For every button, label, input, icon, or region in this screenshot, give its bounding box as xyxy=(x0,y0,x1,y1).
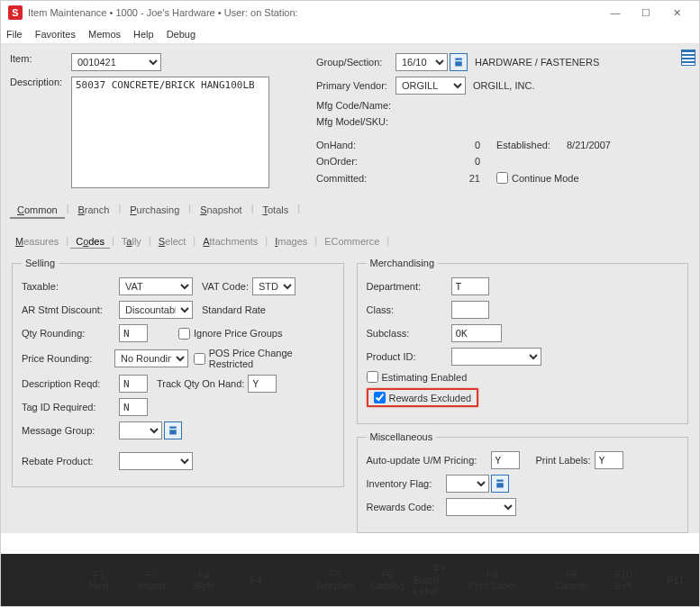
rewards-excluded-checkbox[interactable] xyxy=(374,392,386,403)
f1-next[interactable]: F1Next xyxy=(73,554,125,606)
sidebar-toggle-icon[interactable] xyxy=(681,50,695,66)
close-button[interactable]: ✕ xyxy=(661,7,692,19)
established-value: 8/21/2007 xyxy=(567,140,611,150)
minimize-button[interactable]: — xyxy=(600,7,631,18)
f2-import[interactable]: F2Import xyxy=(125,554,177,606)
onorder-value: 0 xyxy=(395,156,496,167)
app-icon: S xyxy=(8,5,23,20)
tab-totals[interactable]: Totals xyxy=(256,203,296,219)
menu-favorites[interactable]: Favorites xyxy=(35,29,76,40)
taxable-label: Taxable: xyxy=(22,281,119,292)
rewardscode-combo[interactable] xyxy=(446,498,516,516)
ignore-price-checkbox[interactable] xyxy=(178,328,190,340)
invflag-label: Inventory Flag: xyxy=(367,478,446,489)
productid-combo[interactable] xyxy=(451,348,541,366)
qtyround-label: Qty Rounding: xyxy=(22,328,119,339)
tab-purchasing[interactable]: Purchasing xyxy=(123,203,186,219)
stdrate-label: Standard Rate xyxy=(202,304,266,315)
subtab-codes[interactable]: Codes xyxy=(70,235,110,249)
item-combo[interactable]: 0010421 xyxy=(71,53,161,71)
f6-catalog[interactable]: F6Catalog xyxy=(361,554,414,606)
f8-printlabel[interactable]: F8Print Label xyxy=(466,554,518,606)
printlabels-input[interactable] xyxy=(595,451,623,469)
misc-legend: Miscellaneous xyxy=(367,431,437,442)
group-label: Group/Section: xyxy=(316,57,395,68)
qtyround-input[interactable] xyxy=(119,324,148,342)
arstmt-combo[interactable]: Discountable xyxy=(119,301,193,319)
onorder-label: OnOrder: xyxy=(316,156,395,167)
class-label: Class: xyxy=(367,304,451,315)
continue-mode-label: Continue Mode xyxy=(512,173,579,184)
msggroup-combo[interactable] xyxy=(119,421,162,439)
vendor-label: Primary Vendor: xyxy=(316,80,395,91)
vatcode-label: VAT Code: xyxy=(202,281,249,292)
subtab-images[interactable]: Images xyxy=(269,235,313,249)
menu-memos[interactable]: Memos xyxy=(88,29,121,40)
subclass-label: Subclass: xyxy=(367,328,451,339)
continue-mode-checkbox[interactable] xyxy=(496,172,508,184)
subtab-measures[interactable]: Measures xyxy=(10,235,64,249)
estimating-checkbox[interactable] xyxy=(367,371,378,383)
menu-debug[interactable]: Debug xyxy=(167,29,195,40)
msggroup-lookup-icon[interactable] xyxy=(164,421,182,439)
descreq-input[interactable] xyxy=(119,375,148,393)
description-input[interactable]: 50037 CONCRETE/BRICK HANG100LB xyxy=(71,77,269,188)
f3-style[interactable]: F3Style xyxy=(177,554,230,606)
rewardscode-label: Rewards Code: xyxy=(367,502,446,512)
arstmt-label: AR Stmt Discount: xyxy=(22,304,119,315)
rewards-excluded-highlight: Rewards Excluded xyxy=(367,388,479,407)
f4[interactable]: F4 xyxy=(230,554,282,606)
invflag-lookup-icon[interactable] xyxy=(491,475,509,493)
f5-template[interactable]: F5Template xyxy=(309,554,361,606)
dept-input[interactable] xyxy=(451,277,489,295)
committed-label: Committed: xyxy=(316,173,395,184)
rebate-combo[interactable] xyxy=(119,452,193,470)
onhand-label: OnHand: xyxy=(316,140,395,150)
f10-exit[interactable]: F10Exit xyxy=(597,554,650,606)
printlabels-label: Print Labels: xyxy=(536,455,591,466)
autoupdate-input[interactable] xyxy=(491,451,520,469)
menu-help[interactable]: Help xyxy=(133,29,154,40)
pos-restrict-label: POS Price Change Restricted xyxy=(209,348,334,369)
tab-branch[interactable]: Branch xyxy=(71,203,117,219)
msggroup-label: Message Group: xyxy=(22,425,119,436)
tagid-label: Tag ID Required: xyxy=(22,402,119,412)
productid-label: Product ID: xyxy=(367,351,451,362)
priceround-label: Price Rounding: xyxy=(22,353,114,364)
taxable-combo[interactable]: VAT xyxy=(119,277,193,295)
misc-group: Miscellaneous Auto-update U/M Pricing: P… xyxy=(357,431,689,533)
subtab-tally[interactable]: Tally xyxy=(116,235,147,249)
f11[interactable]: F11 xyxy=(650,554,700,606)
menu-file[interactable]: File xyxy=(6,29,23,40)
trackqty-input[interactable] xyxy=(248,375,277,393)
f7-batchlabel[interactable]: F7Batch Label xyxy=(414,554,466,606)
tab-snapshot[interactable]: Snapshot xyxy=(193,203,250,219)
dept-label: Department: xyxy=(367,281,451,292)
subtab-ecommerce[interactable]: ECommerce xyxy=(319,235,385,249)
pos-restrict-checkbox[interactable] xyxy=(194,353,205,365)
subtab-select[interactable]: Select xyxy=(153,235,192,249)
f9-cancel[interactable]: F9Cancel xyxy=(545,554,597,606)
autoupdate-label: Auto-update U/M Pricing: xyxy=(367,455,491,466)
invflag-combo[interactable] xyxy=(446,475,489,493)
tagid-input[interactable] xyxy=(119,398,148,416)
vatcode-combo[interactable]: STD xyxy=(252,277,295,295)
group-lookup-icon[interactable] xyxy=(450,53,468,71)
priceround-combo[interactable]: No Rounding xyxy=(114,349,188,367)
estimating-label: Estimating Enabled xyxy=(382,372,468,383)
description-label: Description: xyxy=(10,77,71,87)
class-input[interactable] xyxy=(451,301,489,319)
subclass-input[interactable] xyxy=(451,324,502,342)
selling-group: Selling Taxable: VAT VAT Code: STD AR St… xyxy=(12,258,344,487)
vendor-text: ORGILL, INC. xyxy=(473,80,534,91)
established-label: Established: xyxy=(496,140,567,150)
vendor-combo[interactable]: ORGILL xyxy=(395,77,466,95)
tab-common[interactable]: Common xyxy=(10,203,65,219)
rebate-label: Rebate Product: xyxy=(22,456,119,467)
rewards-excluded-label: Rewards Excluded xyxy=(389,393,472,403)
subtab-attachments[interactable]: Attachments xyxy=(197,235,263,249)
committed-value: 21 xyxy=(395,173,496,184)
maximize-button[interactable]: ☐ xyxy=(631,7,661,19)
group-combo[interactable]: 16/10 xyxy=(395,53,448,71)
window-title: Item Maintenance • 1000 - Joe's Hardware… xyxy=(28,7,600,18)
